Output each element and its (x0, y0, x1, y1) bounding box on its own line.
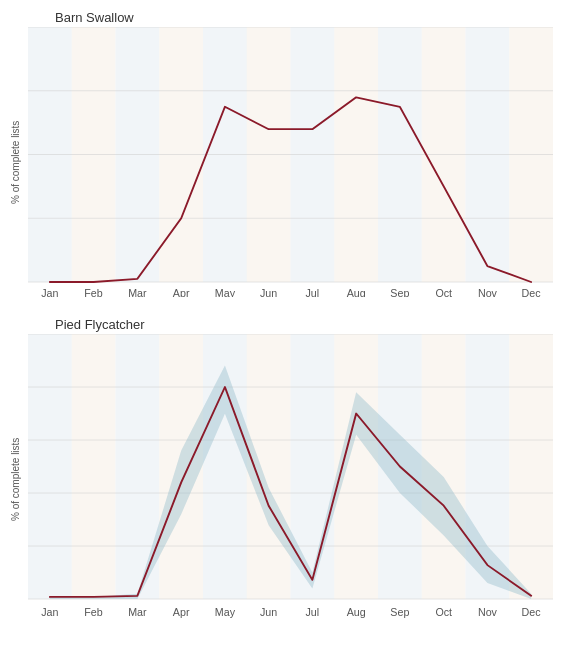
svg-text:Dec: Dec (522, 288, 541, 297)
svg-text:May: May (215, 288, 236, 297)
barn-swallow-chart: Barn Swallow % of complete lists (0, 0, 563, 302)
svg-text:Aug: Aug (347, 607, 366, 618)
page-container: Barn Swallow % of complete lists (0, 0, 563, 629)
svg-text:Jun: Jun (260, 607, 278, 618)
svg-text:Oct: Oct (435, 607, 452, 618)
svg-text:Nov: Nov (478, 607, 498, 618)
pied-flycatcher-svg: 0 0.5 1 1.5 2 2.5 Jan Feb (28, 334, 553, 624)
svg-text:Jan: Jan (41, 288, 59, 297)
svg-text:Mar: Mar (128, 288, 147, 297)
pied-flycatcher-chart-area: 0 0.5 1 1.5 2 2.5 Jan Feb (28, 334, 553, 624)
barn-swallow-title: Barn Swallow (55, 10, 553, 25)
svg-text:Jan: Jan (41, 607, 59, 618)
svg-text:Apr: Apr (173, 288, 190, 297)
pied-flycatcher-title: Pied Flycatcher (55, 317, 553, 332)
barn-swallow-y-label: % of complete lists (10, 27, 28, 297)
svg-rect-45 (509, 334, 553, 599)
svg-text:Oct: Oct (435, 288, 452, 297)
pied-flycatcher-chart: Pied Flycatcher % of complete lists (0, 307, 563, 629)
svg-rect-35 (72, 334, 116, 599)
svg-text:Aug: Aug (347, 288, 366, 297)
svg-text:Jun: Jun (260, 288, 278, 297)
barn-swallow-chart-area: 0 20 40 60 80 Jan Feb Mar Apr M (28, 27, 553, 297)
svg-text:Nov: Nov (478, 288, 498, 297)
svg-text:Feb: Feb (84, 288, 103, 297)
svg-text:Sep: Sep (390, 607, 409, 618)
svg-rect-34 (28, 334, 72, 599)
svg-text:May: May (215, 607, 236, 618)
barn-swallow-svg: 0 20 40 60 80 Jan Feb Mar Apr M (28, 27, 553, 297)
svg-text:Dec: Dec (522, 607, 541, 618)
svg-text:Feb: Feb (84, 607, 103, 618)
pied-flycatcher-y-label: % of complete lists (10, 334, 28, 624)
svg-text:Jul: Jul (306, 288, 320, 297)
svg-text:Mar: Mar (128, 607, 147, 618)
svg-text:Jul: Jul (306, 607, 320, 618)
svg-text:Sep: Sep (390, 288, 409, 297)
svg-text:Apr: Apr (173, 607, 190, 618)
